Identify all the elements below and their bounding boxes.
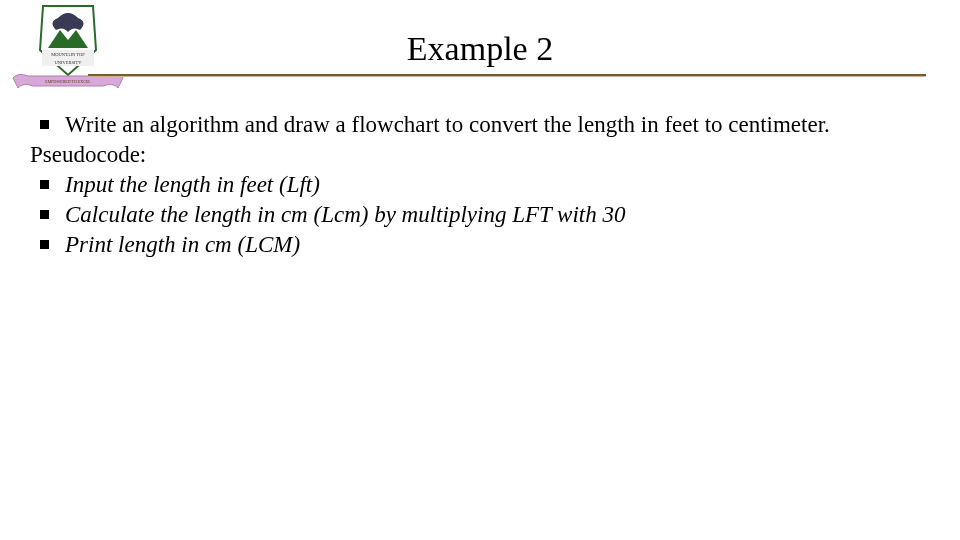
square-bullet-icon — [40, 180, 49, 189]
step-text-1: Input the length in feet (Lft) — [65, 170, 930, 200]
intro-text: Write an algorithm and draw a flowchart … — [65, 110, 930, 140]
pseudocode-label: Pseudocode: — [30, 140, 930, 170]
step-text-3: Print length in cm (LCM) — [65, 230, 930, 260]
step-text-2: Calculate the length in cm (Lcm) by mult… — [65, 200, 930, 230]
step-row-3: Print length in cm (LCM) — [30, 230, 930, 260]
logo-ribbon-text: EMPOWERED TO EXCEL — [45, 79, 91, 84]
slide-content: Write an algorithm and draw a flowchart … — [30, 110, 930, 259]
slide: MOUNTAIN TOP UNIVERSITY EMPOWERED TO EXC… — [0, 0, 960, 540]
intro-bullet-row: Write an algorithm and draw a flowchart … — [30, 110, 930, 140]
title-underline — [88, 74, 926, 77]
square-bullet-icon — [40, 210, 49, 219]
step-row-1: Input the length in feet (Lft) — [30, 170, 930, 200]
square-bullet-icon — [40, 120, 49, 129]
step-row-2: Calculate the length in cm (Lcm) by mult… — [30, 200, 930, 230]
square-bullet-icon — [40, 240, 49, 249]
slide-title: Example 2 — [0, 30, 960, 68]
